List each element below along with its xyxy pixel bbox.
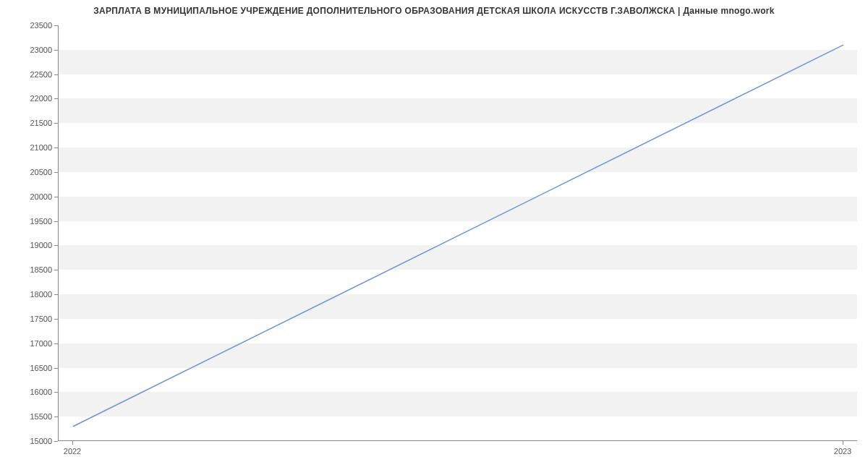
y-tick-label: 21000 [9, 143, 52, 152]
y-tick-mark [54, 319, 58, 320]
y-tick-mark [54, 123, 58, 124]
chart-container: ЗАРПЛАТА В МУНИЦИПАЛЬНОЕ УЧРЕЖДЕНИЕ ДОПО… [0, 0, 868, 470]
y-tick-mark [54, 25, 58, 26]
plot-area [58, 25, 857, 441]
y-tick-mark [54, 148, 58, 148]
x-tick-label: 2023 [834, 447, 851, 456]
y-tick-label: 17500 [9, 315, 52, 323]
y-tick-mark [54, 50, 58, 51]
y-tick-label: 23000 [9, 46, 52, 54]
y-tick-mark [54, 221, 58, 222]
y-tick-label: 16500 [9, 364, 52, 372]
y-tick-mark [54, 441, 58, 442]
y-tick-label: 18000 [9, 290, 52, 299]
x-tick-label: 2022 [64, 447, 81, 456]
svg-line-0 [73, 45, 843, 427]
y-tick-label: 18500 [9, 265, 52, 274]
y-tick-label: 23500 [9, 21, 52, 30]
y-tick-label: 20000 [9, 192, 52, 201]
y-tick-label: 15500 [9, 412, 52, 421]
y-tick-mark [54, 245, 58, 246]
y-tick-mark [54, 368, 58, 369]
y-tick-label: 19500 [9, 217, 52, 226]
y-tick-label: 15000 [9, 437, 52, 445]
chart-line [59, 25, 857, 440]
y-tick-mark [54, 98, 58, 99]
y-tick-mark [54, 392, 58, 393]
y-tick-mark [54, 74, 58, 75]
y-tick-mark [54, 197, 58, 197]
x-tick-mark [72, 441, 73, 445]
y-tick-mark [54, 172, 58, 173]
y-tick-mark [54, 294, 58, 295]
y-tick-label: 21500 [9, 119, 52, 127]
y-tick-label: 22000 [9, 94, 52, 103]
y-tick-label: 19000 [9, 241, 52, 249]
y-tick-mark [54, 343, 58, 344]
y-tick-label: 16000 [9, 388, 52, 396]
y-tick-label: 17000 [9, 339, 52, 348]
y-tick-mark [54, 416, 58, 417]
y-tick-label: 22500 [9, 70, 52, 79]
x-tick-mark [843, 441, 843, 445]
y-tick-label: 20500 [9, 168, 52, 176]
y-tick-mark [54, 270, 58, 270]
chart-title: ЗАРПЛАТА В МУНИЦИПАЛЬНОЕ УЧРЕЖДЕНИЕ ДОПО… [0, 6, 868, 16]
